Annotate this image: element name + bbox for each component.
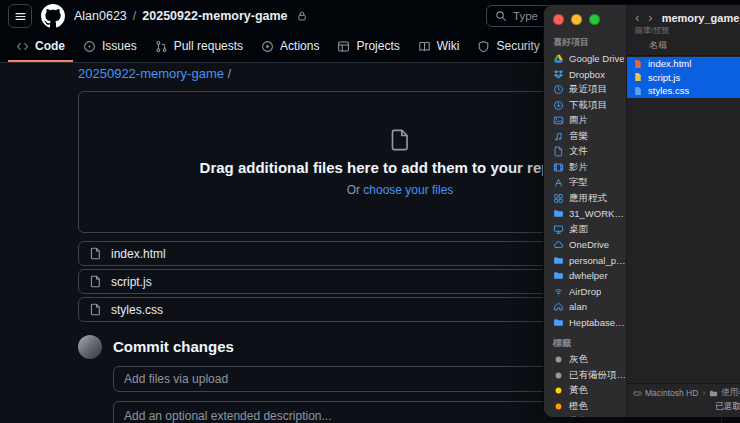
- finder-file-row[interactable]: script.js: [627, 71, 740, 85]
- tab-security[interactable]: Security: [469, 34, 547, 62]
- finder-sidebar-item--[interactable]: 音樂: [544, 129, 626, 145]
- view-mode-label: 圖庫/預覽: [627, 24, 740, 36]
- file-name: styles.css: [111, 303, 163, 317]
- repo-root-link[interactable]: 20250922-memory-game: [78, 66, 224, 81]
- close-button[interactable]: [553, 14, 564, 25]
- sidebar-item-label: Google Drive: [569, 53, 624, 64]
- file-name: index.html: [111, 247, 166, 261]
- dot-icon: [553, 385, 564, 396]
- finder-sidebar-item-onedrive[interactable]: OneDrive: [544, 237, 626, 253]
- zoom-button[interactable]: [589, 14, 600, 25]
- finder-sidebar-item-google-drive[interactable]: Google Drive: [544, 51, 626, 67]
- folder-icon: [553, 255, 564, 266]
- finder-sidebar-item-heptabase-[interactable]: Heptabase-…: [544, 315, 626, 331]
- sidebar-item-label: 圖片: [569, 114, 588, 127]
- dropbox-icon: [553, 69, 564, 80]
- favorites-list: Google DriveDropbox最近項目下載項目圖片音樂文件影片字型應用程…: [544, 51, 626, 330]
- play-icon: [261, 40, 274, 53]
- tab-pull-requests[interactable]: Pull requests: [147, 34, 251, 62]
- clock-icon: [553, 84, 564, 95]
- forward-button[interactable]: ›: [648, 12, 652, 24]
- finder-sidebar-item-31-work-[interactable]: 31_WORK –…: [544, 206, 626, 222]
- airdrop-icon: [553, 286, 564, 297]
- folder-icon: [553, 208, 564, 219]
- finder-window: 喜好項目 Google DriveDropbox最近項目下載項目圖片音樂文件影片…: [543, 4, 740, 418]
- finder-sidebar-item-dropbox[interactable]: Dropbox: [544, 67, 626, 83]
- tab-code[interactable]: Code: [8, 34, 73, 62]
- finder-statusbar: Macintosh HD›使用者›alan 已選取 3 個項目: [627, 383, 740, 417]
- sidebar-item-label: Heptabase-…: [569, 317, 626, 328]
- path-segment: 使用者: [721, 387, 740, 399]
- finder-sidebar-item-airdrop[interactable]: AirDrop: [544, 284, 626, 300]
- search-icon: [495, 10, 507, 22]
- finder-tag-item--[interactable]: 藍色: [544, 414, 626, 417]
- sidebar-item-label: 字型: [569, 176, 588, 189]
- owner-link[interactable]: Alan0623: [74, 9, 127, 23]
- finder-sidebar-item--[interactable]: 桌面: [544, 222, 626, 238]
- finder-file-list: index.htmlscript.jsstyles.css: [627, 56, 740, 383]
- sidebar-item-label: 音樂: [569, 130, 588, 143]
- breadcrumb: Alan0623 / 20250922-memory-game: [74, 9, 308, 23]
- finder-file-row[interactable]: styles.css: [627, 84, 740, 98]
- finder-file-name: script.js: [648, 72, 680, 83]
- finder-file-row[interactable]: index.html: [627, 57, 740, 71]
- minimize-button[interactable]: [571, 14, 582, 25]
- tags-list: 灰色已有備份項…黃色橙色藍色: [544, 352, 626, 417]
- finder-sidebar-item--[interactable]: 文件: [544, 144, 626, 160]
- dot-icon: [553, 401, 564, 412]
- github-logo-icon[interactable]: [41, 4, 65, 28]
- folder-icon: [709, 389, 718, 398]
- finder-sidebar-item--[interactable]: 最近項目: [544, 82, 626, 98]
- path-separator: ›: [701, 388, 706, 398]
- user-avatar: [78, 335, 102, 359]
- lock-icon: [296, 10, 308, 22]
- disk-icon: [633, 389, 642, 398]
- finder-sidebar-item-alan[interactable]: alan: [544, 299, 626, 315]
- sidebar-item-label: personal_pr…: [569, 255, 626, 266]
- choose-files-link[interactable]: choose your files: [363, 183, 453, 197]
- tab-actions[interactable]: Actions: [253, 34, 327, 62]
- finder-file-name: index.html: [648, 58, 691, 69]
- finder-titlebar: ‹ › memory_game_by…: [627, 5, 740, 24]
- tab-projects[interactable]: Projects: [329, 34, 407, 62]
- path-bar[interactable]: Macintosh HD›使用者›alan: [633, 387, 740, 399]
- home-icon: [553, 301, 564, 312]
- finder-tag-item--[interactable]: 灰色: [544, 352, 626, 368]
- finder-sidebar-item-personal-pr-[interactable]: personal_pr…: [544, 253, 626, 269]
- desktop-icon: [553, 224, 564, 235]
- finder-sidebar-item--[interactable]: 字型: [544, 175, 626, 191]
- global-menu-button[interactable]: [8, 4, 32, 28]
- folder-icon: [553, 270, 564, 281]
- code-icon: [16, 40, 29, 53]
- tab-label: Actions: [280, 39, 319, 53]
- sidebar-item-label: 31_WORK –…: [569, 208, 626, 219]
- tab-issues[interactable]: Issues: [75, 34, 145, 62]
- finder-tag-item--[interactable]: 橙色: [544, 399, 626, 415]
- back-button[interactable]: ‹: [635, 12, 639, 24]
- music-icon: [553, 131, 564, 142]
- hamburger-icon: [14, 10, 27, 23]
- finder-sidebar-item--[interactable]: 應用程式: [544, 191, 626, 207]
- finder-tag-item--[interactable]: 已有備份項…: [544, 368, 626, 384]
- tag-label: 灰色: [569, 353, 588, 366]
- finder-sidebar-item-dwhelper[interactable]: dwhelper: [544, 268, 626, 284]
- book-icon: [418, 40, 431, 53]
- html-file-icon: [633, 59, 643, 69]
- dot-icon: [553, 370, 564, 381]
- dropzone-subtitle-prefix: Or: [347, 183, 360, 197]
- name-column-header[interactable]: 名稱: [627, 36, 740, 56]
- tab-wiki[interactable]: Wiki: [410, 34, 468, 62]
- photo-icon: [553, 115, 564, 126]
- finder-sidebar-item--[interactable]: 影片: [544, 160, 626, 176]
- finder-sidebar-item--[interactable]: 下載項目: [544, 98, 626, 114]
- tab-label: Code: [35, 39, 65, 53]
- file-name: script.js: [111, 275, 152, 289]
- finder-sidebar-item--[interactable]: 圖片: [544, 113, 626, 129]
- sidebar-item-label: 最近項目: [569, 83, 607, 96]
- repo-link[interactable]: 20250922-memory-game: [142, 9, 287, 23]
- finder-tag-item--[interactable]: 黃色: [544, 383, 626, 399]
- google-drive-icon: [553, 53, 564, 64]
- folder-icon: [553, 317, 564, 328]
- tab-label: Issues: [102, 39, 137, 53]
- favorites-header: 喜好項目: [544, 33, 626, 51]
